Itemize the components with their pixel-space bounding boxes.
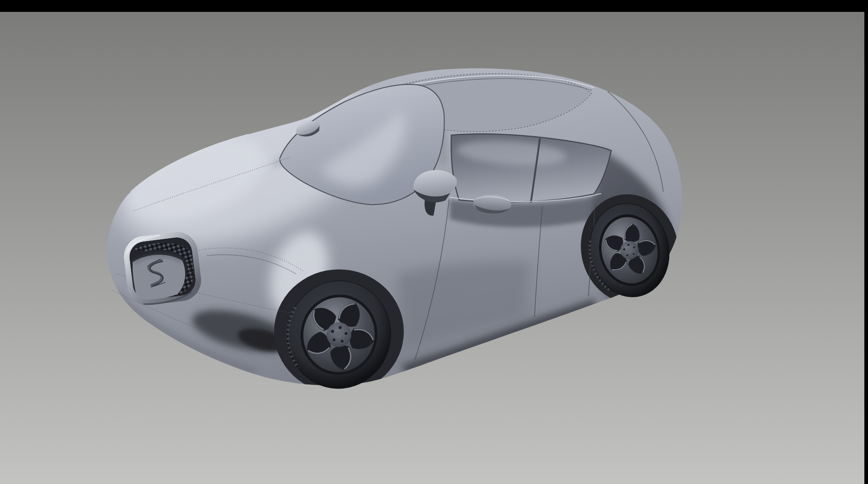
front-grille [124, 231, 201, 307]
render-canvas[interactable] [0, 12, 864, 484]
top-letterbox-bar [0, 0, 868, 12]
viewport-3d[interactable] [0, 12, 864, 484]
application-window [0, 0, 868, 484]
right-letterbox-bar [864, 0, 868, 484]
